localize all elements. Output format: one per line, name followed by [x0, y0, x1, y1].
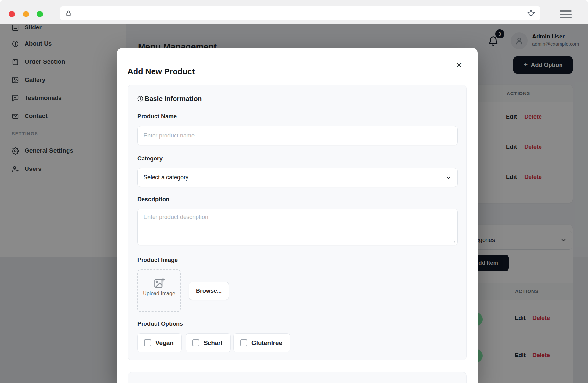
product-options-label: Product Options — [137, 321, 183, 327]
browse-button[interactable]: Browse... — [189, 282, 229, 300]
browser-chrome — [0, 0, 588, 24]
product-image-label: Product Image — [137, 257, 178, 264]
description-label: Description — [137, 196, 169, 203]
chevron-down-icon — [445, 175, 452, 181]
product-name-label: Product Name — [137, 113, 177, 120]
close-icon[interactable]: ✕ — [454, 60, 464, 71]
upload-image-dropzone[interactable]: Upload Image — [137, 269, 181, 312]
info-icon — [137, 95, 144, 102]
upload-image-text: Upload Image — [138, 291, 180, 297]
bookmark-star-icon[interactable] — [527, 9, 535, 17]
window-minimize-button[interactable] — [23, 11, 29, 17]
option-checkbox-vegan[interactable]: Vegan — [137, 333, 182, 352]
section-title: Basic Information — [137, 95, 202, 103]
next-section-partial — [128, 372, 467, 383]
checkbox-icon[interactable] — [144, 339, 151, 346]
image-plus-icon — [153, 277, 165, 289]
checkbox-icon[interactable] — [240, 339, 247, 346]
browser-menu-icon[interactable] — [560, 10, 572, 20]
option-checkbox-scharf[interactable]: Scharf — [186, 333, 231, 352]
category-label: Category — [137, 155, 163, 162]
checkbox-icon[interactable] — [192, 339, 199, 346]
app-window: Slider About Us Order Section Gallery Te… — [0, 24, 588, 383]
window-maximize-button[interactable] — [37, 11, 43, 17]
window-close-button[interactable] — [9, 11, 15, 17]
basic-information-section: Basic Information Product Name Category … — [128, 85, 467, 360]
category-select[interactable]: Select a category — [137, 168, 458, 187]
modal-title: Add New Product — [127, 67, 195, 76]
add-product-modal: Add New Product ✕ Basic Information Prod… — [117, 48, 478, 383]
description-textarea[interactable] — [137, 209, 458, 245]
address-bar[interactable] — [60, 6, 540, 20]
category-select-value: Select a category — [144, 168, 188, 187]
lock-icon — [65, 10, 72, 16]
option-checkbox-glutenfree[interactable]: Glutenfree — [233, 333, 290, 352]
product-name-input[interactable] — [137, 126, 458, 145]
